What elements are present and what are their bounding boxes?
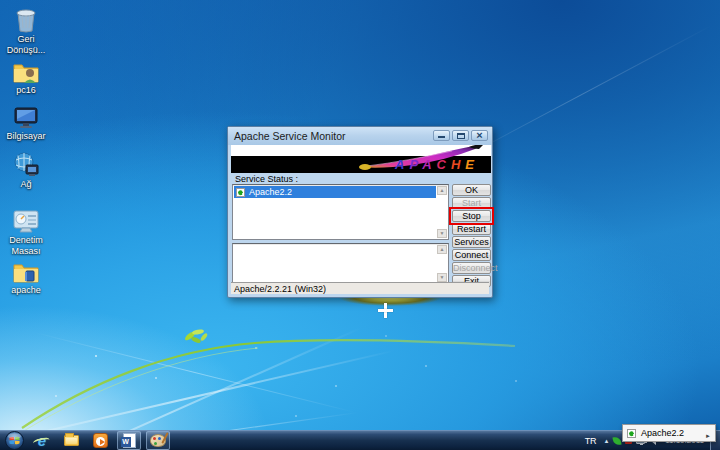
taskbar: e TR ▴ 11.10.2011	[0, 430, 720, 450]
apache-service-monitor-window: Apache Service Monitor APACHE	[227, 126, 493, 298]
apache-logo-text: APACHE	[395, 157, 479, 172]
restart-button[interactable]: Restart	[452, 223, 491, 235]
desktop-icon-recycle-bin[interactable]: Geri Dönüşü...	[0, 5, 52, 56]
scroll-down-icon[interactable]	[437, 229, 447, 238]
paint-icon	[150, 434, 166, 447]
desktop-icon-label: apache	[0, 285, 52, 296]
service-running-icon	[627, 429, 636, 438]
language-indicator[interactable]: TR	[580, 436, 602, 446]
desktop-icon-apache-folder[interactable]: apache	[0, 256, 52, 296]
scroll-up-icon[interactable]	[437, 186, 447, 195]
connect-button[interactable]: Connect	[452, 249, 491, 261]
window-status-bar: Apache/2.2.21 (Win32)	[231, 282, 489, 294]
hidden-icons-chevron-icon[interactable]: ▴	[602, 437, 612, 445]
disconnect-button[interactable]: Disconnect	[452, 262, 491, 274]
scroll-up-icon[interactable]	[437, 245, 447, 254]
taskbar-internet-explorer[interactable]: e	[30, 431, 54, 450]
service-status-label: Service Status :	[235, 174, 298, 184]
desktop-icon-network[interactable]: Ağ	[0, 150, 52, 190]
media-player-icon	[93, 433, 108, 448]
services-button[interactable]: Services	[452, 236, 491, 248]
ok-button[interactable]: OK	[452, 184, 491, 196]
service-list-item-apache22[interactable]: Apache2.2	[234, 186, 436, 198]
tray-apache-feather-icon[interactable]	[613, 437, 621, 445]
service-name: Apache2.2	[249, 187, 292, 197]
window-title: Apache Service Monitor	[234, 130, 345, 142]
mouse-cursor-cross-icon	[378, 303, 393, 318]
explorer-folder-icon	[64, 435, 79, 446]
windows-logo-icon	[5, 431, 24, 450]
control-panel-icon	[11, 206, 41, 234]
taskbar-windows-explorer[interactable]	[59, 431, 83, 450]
desktop-icon-label: Denetim Masası	[0, 235, 52, 257]
apache-logo-banner: APACHE	[231, 145, 491, 173]
taskbar-media-player[interactable]	[88, 431, 112, 450]
minimize-button[interactable]	[433, 130, 450, 141]
apache-tray-popup[interactable]: Apache2.2	[622, 424, 716, 442]
desktop-icon-label: Bilgisayar	[0, 131, 52, 142]
service-list[interactable]: Apache2.2	[232, 184, 449, 240]
maximize-button[interactable]	[452, 130, 469, 141]
desktop-icon-user-folder[interactable]: pc16	[0, 56, 52, 96]
desktop-icon-control-panel[interactable]: Denetim Masası	[0, 206, 52, 257]
word-icon	[123, 433, 136, 448]
stop-button[interactable]: Stop	[452, 210, 491, 222]
desktop-icon-label: Ağ	[0, 179, 52, 190]
computer-icon	[11, 102, 41, 130]
scroll-down-icon[interactable]	[437, 273, 447, 282]
taskbar-word-open[interactable]	[117, 431, 141, 450]
submenu-arrow-icon	[705, 424, 711, 442]
folder-icon	[11, 256, 41, 284]
network-icon	[11, 150, 41, 178]
user-folder-icon	[11, 56, 41, 84]
close-button[interactable]	[471, 130, 488, 141]
maximize-icon	[457, 133, 465, 139]
desktop-icon-label: Geri Dönüşü...	[0, 34, 52, 56]
recycle-bin-icon	[11, 5, 41, 33]
taskbar-paint-open[interactable]	[146, 431, 170, 450]
tray-popup-service-name: Apache2.2	[641, 428, 700, 438]
minimize-icon	[438, 136, 445, 138]
log-list[interactable]	[232, 243, 449, 284]
start-button[interactable]: Start	[452, 197, 491, 209]
desktop-icon-computer[interactable]: Bilgisayar	[0, 102, 52, 142]
service-running-icon	[236, 188, 245, 197]
desktop-icon-label: pc16	[0, 85, 52, 96]
start-button[interactable]	[3, 431, 25, 450]
